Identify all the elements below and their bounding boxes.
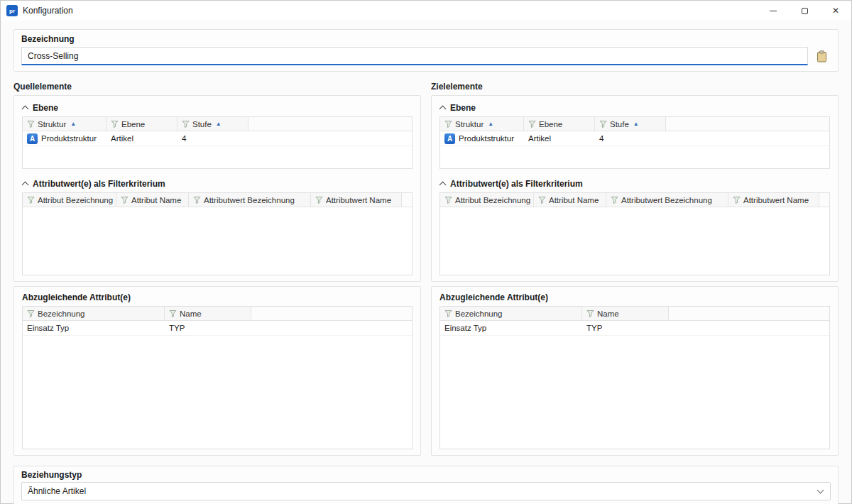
header-filler [666, 117, 829, 131]
filter-icon[interactable] [444, 120, 452, 128]
table-row[interactable]: A Produktstruktur Artikel 4 [23, 131, 412, 146]
section-label: Ebene [33, 103, 58, 113]
minimize-button[interactable] [758, 1, 789, 21]
column-header-bezeichnung[interactable]: Bezeichnung [23, 307, 165, 321]
filter-icon[interactable] [611, 196, 618, 204]
column-header-ebene[interactable]: Ebene [524, 117, 595, 131]
collapse-icon [22, 106, 29, 113]
column-header-attributwert-name[interactable]: Attributwert Name [311, 193, 402, 207]
window-titlebar[interactable]: pr Konfiguration ✕ [1, 1, 851, 21]
filter-icon[interactable] [315, 196, 323, 204]
target-section-ebene[interactable]: Ebene [439, 102, 830, 114]
source-section-filter[interactable]: Attributwert(e) als Filterkriterium [22, 177, 413, 190]
filter-icon[interactable] [182, 120, 190, 128]
attrs-group-label: Abzugleichende Attribut(e) [22, 292, 413, 302]
beziehungstyp-value: Ähnliche Artikel [28, 486, 86, 496]
table-row[interactable]: Einsatz Typ TYP [23, 321, 412, 336]
column-header-attributwert-name[interactable]: Attributwert Name [728, 193, 819, 207]
target-attrs-table: Bezeichnung Name Einsatz Typ TYP [439, 306, 830, 449]
column-header-attribut-name[interactable]: Attribut Name [116, 193, 189, 207]
window-title: Konfiguration [23, 6, 73, 16]
source-panel-title: Quellelemente [13, 82, 421, 92]
konfiguration-dialog: pr Konfiguration ✕ Bezeichnung [0, 0, 852, 504]
target-panel-title: Zielelemente [431, 82, 839, 92]
filter-icon[interactable] [444, 309, 452, 317]
column-header-attribut-name[interactable]: Attribut Name [534, 193, 606, 207]
column-label: Attribut Name [131, 196, 181, 204]
column-label: Attribut Bezeichnung [38, 196, 113, 204]
filter-icon[interactable] [121, 196, 129, 204]
column-label: Stufe [610, 120, 629, 128]
filter-icon[interactable] [733, 196, 741, 204]
header-filler [402, 193, 412, 207]
beziehungstyp-label: Beziehungstyp [21, 470, 831, 480]
header-filler [669, 307, 829, 321]
column-header-attributwert-bezeichnung[interactable]: Attributwert Bezeichnung [189, 193, 311, 207]
collapse-icon [22, 182, 29, 189]
paste-button[interactable] [812, 47, 831, 65]
bezeichnung-label: Bezeichnung [21, 34, 831, 44]
filter-icon[interactable] [169, 309, 177, 317]
sort-asc-icon: ▲ [70, 121, 76, 127]
column-header-ebene[interactable]: Ebene [106, 117, 178, 131]
source-ebene-table: Struktur ▲ Ebene Stufe ▲ [22, 116, 413, 169]
source-panel: Quellelemente Ebene Struktur ▲ [13, 82, 421, 456]
column-header-stufe[interactable]: Stufe ▲ [595, 117, 666, 131]
column-label: Attribut Name [549, 196, 599, 204]
target-ebene-table: Struktur ▲ Ebene Stufe ▲ [439, 116, 830, 169]
struktur-cell: A Produktstruktur [23, 131, 106, 146]
window-controls: ✕ [758, 1, 851, 21]
source-section-ebene[interactable]: Ebene [22, 102, 413, 114]
target-panel: Zielelemente Ebene Struktur ▲ [431, 82, 839, 456]
filter-icon[interactable] [193, 196, 201, 204]
target-attrs-group: Abzugleichende Attribut(e) Bezeichnung N… [431, 286, 839, 456]
chevron-down-icon [817, 487, 824, 494]
header-filler [248, 117, 412, 131]
filter-icon[interactable] [528, 120, 536, 128]
bezeichnung-cell: Einsatz Typ [440, 321, 582, 335]
filter-icon[interactable] [538, 196, 546, 204]
filter-icon[interactable] [27, 309, 35, 317]
stufe-cell: 4 [595, 131, 666, 146]
column-header-name[interactable]: Name [582, 307, 669, 321]
name-cell: TYP [165, 321, 251, 335]
target-section-filter[interactable]: Attributwert(e) als Filterkriterium [439, 177, 830, 190]
filter-icon[interactable] [586, 309, 594, 317]
collapse-icon [439, 182, 447, 189]
bezeichnung-input[interactable] [21, 47, 808, 65]
column-header-attribut-bezeichnung[interactable]: Attribut Bezeichnung [23, 193, 116, 207]
attrs-group-label: Abzugleichende Attribut(e) [439, 292, 830, 302]
section-label: Attributwert(e) als Filterkriterium [33, 179, 165, 189]
source-filter-table: Attribut Bezeichnung Attribut Name Attri… [22, 192, 413, 275]
section-label: Ebene [450, 103, 476, 113]
column-label: Name [180, 309, 202, 318]
section-label: Attributwert(e) als Filterkriterium [450, 179, 583, 189]
column-label: Name [597, 309, 619, 318]
column-header-attribut-bezeichnung[interactable]: Attribut Bezeichnung [440, 193, 534, 207]
table-row[interactable]: Einsatz Typ TYP [440, 321, 829, 336]
column-header-name[interactable]: Name [165, 307, 251, 321]
filter-icon[interactable] [599, 120, 607, 128]
filter-icon[interactable] [27, 196, 35, 204]
column-label: Attributwert Bezeichnung [204, 196, 295, 204]
column-header-attributwert-bezeichnung[interactable]: Attributwert Bezeichnung [606, 193, 728, 207]
table-header: Bezeichnung Name [440, 307, 829, 321]
filter-icon[interactable] [111, 120, 119, 128]
column-header-stufe[interactable]: Stufe ▲ [178, 117, 248, 131]
artikel-icon: A [444, 133, 455, 144]
table-row[interactable]: A Produktstruktur Artikel 4 [440, 131, 829, 146]
beziehungstyp-select[interactable]: Ähnliche Artikel [21, 482, 831, 500]
column-header-bezeichnung[interactable]: Bezeichnung [440, 307, 582, 321]
sort-asc-icon: ▲ [633, 121, 639, 127]
table-header: Attribut Bezeichnung Attribut Name Attri… [23, 193, 412, 207]
filter-icon[interactable] [444, 196, 452, 204]
table-header: Struktur ▲ Ebene Stufe ▲ [23, 117, 412, 131]
source-attrs-group: Abzugleichende Attribut(e) Bezeichnung N… [13, 286, 421, 456]
column-label: Struktur [38, 120, 66, 128]
column-header-struktur[interactable]: Struktur ▲ [440, 117, 524, 131]
stufe-cell: 4 [178, 131, 248, 146]
column-header-struktur[interactable]: Struktur ▲ [23, 117, 106, 131]
close-button[interactable]: ✕ [820, 1, 851, 21]
maximize-button[interactable] [789, 1, 820, 21]
filter-icon[interactable] [27, 120, 35, 128]
